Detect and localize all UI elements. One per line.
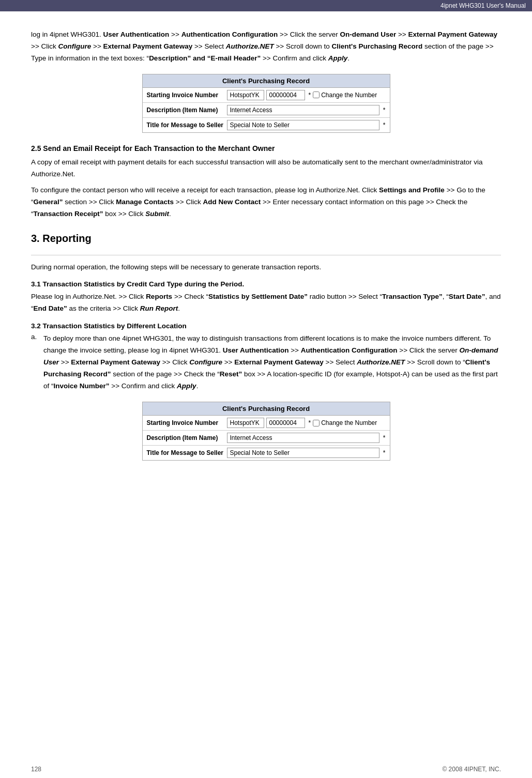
s31-text2: >> Check “ <box>172 293 208 300</box>
intro-text11: . <box>347 54 349 62</box>
s31-italic1: Run Report <box>140 304 178 312</box>
s25-text1: To configure the contact person who will… <box>31 186 379 194</box>
intro-bold1: User Authentication <box>103 30 170 38</box>
form2-field-3: * <box>227 448 386 458</box>
title-asterisk: * <box>383 121 386 129</box>
intro-text8: >> Scroll down to <box>274 42 332 50</box>
form2-row-1: Starting Invoice Number * Change the Num… <box>143 416 390 431</box>
s31-bold1: Reports <box>146 293 172 300</box>
s31-text7: . <box>178 304 180 312</box>
change-number-label[interactable]: Change the Number <box>313 91 377 99</box>
section31-para: Please log in Authorize.Net. >> Click Re… <box>31 291 501 315</box>
section25-heading-text: 2.5 Send an Email Receipt for Each Trans… <box>31 144 275 152</box>
intro-paragraph: log in 4ipnet WHG301. User Authenticatio… <box>31 29 501 65</box>
description-asterisk: * <box>383 106 386 114</box>
title-message-input[interactable] <box>227 120 379 130</box>
s25-italic1: Submit <box>145 210 169 218</box>
section32-list-item: a. To deploy more than one 4ipnet WHG301… <box>31 333 501 392</box>
invoice-prefix-input[interactable] <box>227 90 264 100</box>
section25-heading: 2.5 Send an Email Receipt for Each Trans… <box>31 144 501 152</box>
form2-container: Client's Purchasing Record Starting Invo… <box>31 402 501 461</box>
description-input[interactable] <box>227 105 379 115</box>
s25-bold3: Manage Contacts <box>116 198 174 206</box>
s32-text2: >> <box>288 346 300 354</box>
intro-text4: >> <box>396 30 408 38</box>
section25-para1: A copy of email receipt with payment det… <box>31 157 501 180</box>
intro-text1: log in 4ipnet WHG301. <box>31 30 103 38</box>
form2-row-2: Description (Item Name) * <box>143 431 390 446</box>
s32-text8: >> Scroll down to “ <box>405 358 465 366</box>
form2-title: Client's Purchasing Record <box>143 402 390 416</box>
s32-italic2: Configure <box>189 358 222 366</box>
intro-italic1: Authorize.NET <box>226 42 274 50</box>
s32-bold4: External Payment Gateway <box>234 358 324 366</box>
form2-change-number-checkbox[interactable] <box>313 420 320 426</box>
s25-bold2: General” <box>34 198 63 206</box>
s25-text4: >> Click <box>174 198 203 206</box>
intro-bold2: Authentication Configuration <box>181 30 278 38</box>
form2-label-1: Starting Invoice Number <box>147 419 227 426</box>
section32-item-a: To deploy more than one 4ipnet WHG301, t… <box>43 333 501 392</box>
form2-invoice-number-input[interactable] <box>266 418 305 428</box>
intro-bold4: External Payment Gateway <box>408 30 497 38</box>
form2-invoice-prefix-input[interactable] <box>227 418 264 428</box>
form2-asterisk2: * <box>383 434 386 441</box>
s32-text12: . <box>196 382 199 390</box>
form2-label-2: Description (Item Name) <box>147 434 227 441</box>
form1-field-1: * Change the Number <box>227 90 386 100</box>
s32-text11: >> Confirm and click <box>110 382 177 390</box>
s31-bold5: End Date” <box>34 304 67 312</box>
form2-description-input[interactable] <box>227 433 379 443</box>
section31-heading: 3.1 Transaction Statistics by Credit Car… <box>31 280 501 288</box>
form2-title-message-input[interactable] <box>227 448 379 458</box>
s25-text3: section >> Click <box>63 198 116 206</box>
s32-bold1: User Authentication <box>223 346 289 354</box>
form1-row-3: Title for Message to Seller * <box>143 118 390 132</box>
intro-bold5: Configure <box>58 42 92 50</box>
form1-container: Client's Purchasing Record Starting Invo… <box>31 74 501 133</box>
s31-bold4: Start Date” <box>449 293 485 300</box>
s32-text4: >> <box>59 358 71 366</box>
manual-title: 4ipnet WHG301 User's Manual <box>440 2 526 9</box>
form1-label-1: Starting Invoice Number <box>147 91 227 99</box>
s32-text7: >> Select <box>324 358 357 366</box>
form2-label-3: Title for Message to Seller <box>147 449 227 456</box>
form1-title: Client's Purchasing Record <box>143 74 390 88</box>
intro-text7: >> Select <box>192 42 226 50</box>
s31-text1: Please log in Authorize.Net. >> Click <box>31 293 146 300</box>
form1-row-2: Description (Item Name) * <box>143 103 390 118</box>
invoice-number-input[interactable] <box>266 90 305 100</box>
s25-text6: box >> Click <box>103 210 146 218</box>
intro-bold8: Description” and “E-mail Header” <box>149 54 261 62</box>
form1-label-3: Title for Message to Seller <box>147 121 227 129</box>
s32-bold7: Invoice Number” <box>54 382 110 390</box>
intro-text10: >> Confirm and click <box>261 54 328 62</box>
footer: 128 © 2008 4IPNET, INC. <box>0 766 532 773</box>
s32-text9: section of the page >> Check the “ <box>111 370 220 378</box>
section31-heading-text: 3.1 Transaction Statistics by Credit Car… <box>31 280 244 288</box>
intro-bold7: Client's Purchasing Record <box>332 42 423 50</box>
form1-label-2: Description (Item Name) <box>147 106 227 114</box>
page-number: 128 <box>31 766 41 773</box>
s31-bold3: Transaction Type” <box>382 293 443 300</box>
form1-field-3: * <box>227 120 386 130</box>
change-number-checkbox[interactable] <box>313 91 320 98</box>
form2-change-number-label[interactable]: Change the Number <box>313 419 377 426</box>
s32-text6: >> <box>222 358 234 366</box>
s31-text3: radio button >> Select “ <box>308 293 382 300</box>
change-number-text: Change the Number <box>321 91 377 99</box>
form1-row-1: Starting Invoice Number * Change the Num… <box>143 88 390 103</box>
section3-para1: During normal operation, the following s… <box>31 262 501 273</box>
form2-field-1: * Change the Number <box>227 418 386 428</box>
copyright: © 2008 4IPNET, INC. <box>442 766 501 773</box>
s25-bold1: Settings and Profile <box>379 186 445 194</box>
s31-text4: , “ <box>443 293 449 300</box>
intro-text3: >> Click the server <box>278 30 340 38</box>
s25-bold5: Transaction Receipt” <box>34 210 103 218</box>
s32-text3: >> Click the server <box>398 346 460 354</box>
header-bar: 4ipnet WHG301 User's Manual <box>0 0 532 11</box>
s32-bold6: Reset” <box>220 370 242 378</box>
s25-bold4: Add New Contact <box>203 198 261 206</box>
form2-box: Client's Purchasing Record Starting Invo… <box>142 402 390 461</box>
section32-heading-text: 3.2 Transaction Statistics by Different … <box>31 322 187 330</box>
